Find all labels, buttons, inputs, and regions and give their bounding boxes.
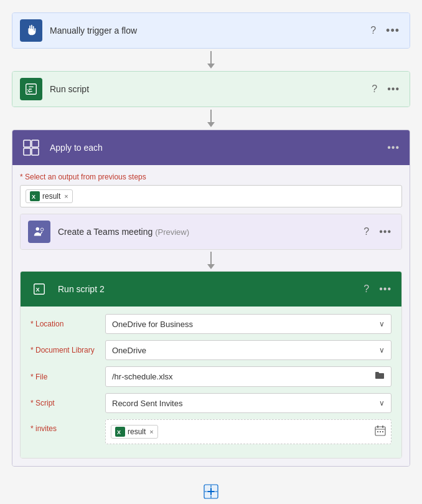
apply-more-button[interactable]: ••• — [385, 141, 402, 155]
arrow-head-2 — [207, 122, 215, 127]
svg-rect-17 — [382, 431, 383, 432]
trigger-title: Manually trigger a flow — [50, 26, 368, 36]
script-label: Script — [30, 399, 105, 407]
select-output-label: Select an output from previous steps — [20, 173, 402, 181]
file-value: /hr-schedule.xlsx — [112, 372, 375, 381]
svg-point-8 — [40, 228, 44, 231]
run-script2-body: Location OneDrive for Business ∨ Documen… — [21, 307, 401, 458]
field-row-invites: invites X result — [30, 419, 392, 444]
run-script-help-button[interactable]: ? — [369, 82, 380, 96]
arrow-2 — [207, 107, 215, 130]
svg-rect-5 — [32, 148, 39, 155]
trigger-header: Manually trigger a flow ? ••• — [12, 13, 410, 48]
teams-title-text: Create a Teams meeting — [58, 227, 152, 237]
run-script2-icon: X — [28, 278, 50, 300]
teams-subtitle: (Preview) — [155, 227, 189, 237]
arrow-line — [210, 51, 212, 64]
invites-chip-close[interactable]: × — [149, 428, 153, 435]
svg-rect-14 — [382, 426, 383, 428]
question-icon-3: ? — [363, 226, 369, 237]
svg-rect-2 — [24, 140, 30, 147]
library-input[interactable]: OneDrive ∨ — [105, 340, 392, 360]
question-icon: ? — [370, 25, 376, 36]
ellipsis-icon-3: ••• — [387, 142, 400, 153]
run-script2-card: X Run script 2 ? ••• — [20, 271, 402, 459]
add-action-button[interactable]: Add an action — [172, 477, 250, 504]
teams-actions: ? ••• — [361, 225, 394, 239]
apply-header: Apply to each ••• — [12, 130, 410, 165]
ellipsis-icon-5: ••• — [379, 283, 392, 294]
file-label: File — [30, 373, 105, 381]
question-icon-2: ? — [372, 83, 377, 94]
svg-text:X: X — [32, 194, 35, 200]
folder-icon — [375, 371, 385, 383]
run-script-more-button[interactable]: ••• — [385, 82, 402, 96]
svg-text:X: X — [117, 429, 121, 435]
teams-meeting-card: Create a Teams meeting (Preview) ? ••• — [20, 214, 402, 250]
library-value: OneDrive — [112, 346, 379, 355]
run-script-card: X Run script ? ••• — [12, 71, 410, 107]
teams-more-button[interactable]: ••• — [377, 225, 394, 239]
field-row-location: Location OneDrive for Business ∨ — [30, 314, 392, 334]
svg-rect-4 — [24, 148, 30, 155]
select-output-section: Select an output from previous steps X r… — [20, 173, 402, 207]
excel-chip-icon-invites: X — [115, 427, 125, 437]
trigger-more-button[interactable]: ••• — [383, 23, 402, 39]
field-row-script: Script Record Sent Invites ∨ — [30, 393, 392, 413]
select-output-box[interactable]: X result × — [20, 185, 402, 207]
run-script-header: X Run script ? ••• — [12, 72, 410, 107]
run-script2-more-button[interactable]: ••• — [377, 282, 394, 296]
result-chip-apply: X result × — [26, 189, 73, 203]
script-chevron: ∨ — [379, 399, 385, 407]
location-label: Location — [30, 320, 105, 328]
chip-label-apply: result — [42, 192, 60, 201]
inner-arrow-head — [207, 264, 215, 269]
library-chevron: ∨ — [379, 346, 385, 354]
ellipsis-icon: ••• — [386, 24, 400, 37]
svg-text:X: X — [36, 287, 40, 293]
svg-text:X: X — [27, 88, 30, 94]
run-script-title: Run script — [50, 84, 369, 94]
location-chevron: ∨ — [379, 320, 385, 328]
calendar-icon — [375, 425, 386, 439]
field-row-file: File /hr-schedule.xlsx — [30, 366, 392, 387]
trigger-card: Manually trigger a flow ? ••• — [12, 12, 410, 49]
invites-input[interactable]: X result × — [105, 419, 392, 444]
location-input[interactable]: OneDrive for Business ∨ — [105, 314, 392, 334]
teams-help-button[interactable]: ? — [361, 225, 372, 239]
apply-to-each-card: Apply to each ••• Select an output from … — [12, 130, 410, 467]
result-chip-invites: X result × — [111, 425, 158, 439]
run-script2-help-button[interactable]: ? — [361, 282, 372, 296]
library-label: Document Library — [30, 346, 105, 354]
run-script-icon: X — [20, 78, 42, 100]
question-icon-4: ? — [363, 283, 369, 294]
invites-inner: X result × — [111, 425, 158, 439]
inner-arrow — [20, 250, 402, 271]
apply-icon — [20, 136, 42, 159]
arrow-1 — [207, 49, 215, 71]
chip-close-apply[interactable]: × — [64, 193, 68, 200]
svg-rect-15 — [377, 431, 378, 432]
teams-title: Create a Teams meeting (Preview) — [58, 227, 361, 237]
trigger-help-button[interactable]: ? — [368, 24, 378, 37]
excel-chip-icon: X — [30, 191, 40, 201]
script-input[interactable]: Record Sent Invites ∨ — [105, 393, 392, 413]
svg-rect-3 — [32, 140, 39, 147]
file-input[interactable]: /hr-schedule.xlsx — [105, 366, 392, 387]
run-script-actions: ? ••• — [369, 82, 402, 96]
inner-arrow-line — [210, 252, 212, 264]
location-value: OneDrive for Business — [112, 320, 379, 329]
flow-canvas: Manually trigger a flow ? ••• X — [12, 12, 410, 504]
arrow-head — [207, 64, 215, 69]
invites-label: invites — [30, 419, 105, 433]
arrow-line-2 — [210, 110, 212, 122]
field-row-library: Document Library OneDrive ∨ — [30, 340, 392, 360]
ellipsis-icon-2: ••• — [387, 83, 400, 94]
svg-rect-13 — [377, 426, 378, 428]
teams-header: Create a Teams meeting (Preview) ? ••• — [21, 214, 401, 249]
script-value: Record Sent Invites — [112, 399, 379, 408]
svg-rect-16 — [380, 431, 381, 432]
run-script2-header: X Run script 2 ? ••• — [21, 272, 401, 307]
invites-chip-label: result — [128, 427, 146, 436]
ellipsis-icon-4: ••• — [379, 226, 392, 237]
